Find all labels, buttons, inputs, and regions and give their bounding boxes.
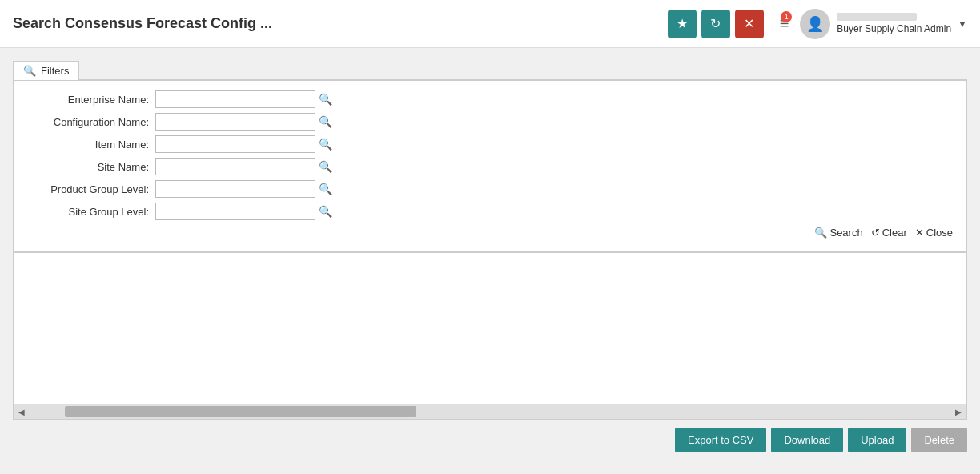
search-button[interactable]: 🔍 Search bbox=[814, 227, 862, 239]
filter-actions: 🔍 Search ↺ Clear ✕ Close bbox=[27, 227, 953, 239]
site-name-label: Site Name: bbox=[27, 161, 155, 173]
enterprise-name-label: Enterprise Name: bbox=[27, 94, 155, 106]
page-title: Search Consensus Forecast Config ... bbox=[13, 15, 668, 32]
enterprise-name-input[interactable] bbox=[155, 90, 315, 108]
site-group-level-label: Site Group Level: bbox=[27, 206, 155, 218]
configuration-name-input[interactable] bbox=[155, 113, 315, 131]
scroll-left-arrow[interactable]: ◀ bbox=[17, 408, 26, 416]
delete-button[interactable]: Delete bbox=[911, 428, 967, 452]
star-button[interactable]: ★ bbox=[668, 10, 697, 38]
configuration-name-label: Configuration Name: bbox=[27, 116, 155, 128]
clear-label: Clear bbox=[882, 227, 907, 239]
filters-tab-bar: 🔍 Filters bbox=[13, 61, 967, 79]
item-name-input[interactable] bbox=[155, 135, 315, 153]
notification-badge: 1 bbox=[781, 11, 792, 22]
upload-button[interactable]: Upload bbox=[848, 428, 906, 452]
search-label: Search bbox=[829, 227, 862, 239]
configuration-name-lookup-icon[interactable]: 🔍 bbox=[319, 115, 332, 128]
configuration-name-row: Configuration Name: 🔍 bbox=[27, 113, 953, 131]
site-name-lookup-icon[interactable]: 🔍 bbox=[319, 160, 332, 173]
site-group-level-input[interactable] bbox=[155, 203, 315, 220]
product-group-level-label: Product Group Level: bbox=[27, 183, 155, 195]
search-icon: 🔍 bbox=[814, 227, 827, 239]
site-group-level-row: Site Group Level: 🔍 bbox=[27, 203, 953, 220]
avatar: 👤 bbox=[800, 9, 830, 39]
user-info: Buyer Supply Chain Admin bbox=[837, 13, 951, 34]
header-action-icons: ★ ↻ ✕ bbox=[668, 10, 764, 38]
site-name-input[interactable] bbox=[155, 158, 315, 175]
filters-tab-label: Filters bbox=[41, 65, 69, 77]
enterprise-name-row: Enterprise Name: 🔍 bbox=[27, 90, 953, 108]
item-name-row: Item Name: 🔍 bbox=[27, 135, 953, 153]
user-area: 👤 Buyer Supply Chain Admin ▼ bbox=[800, 9, 967, 39]
clear-button[interactable]: ↺ Clear bbox=[871, 227, 907, 239]
menu-button[interactable]: ≡ 1 bbox=[780, 14, 789, 33]
item-name-label: Item Name: bbox=[27, 139, 155, 151]
enterprise-name-lookup-icon[interactable]: 🔍 bbox=[319, 93, 332, 106]
scroll-track bbox=[28, 406, 952, 417]
main-content: 🔍 Filters Enterprise Name: 🔍 Configurati… bbox=[0, 48, 980, 474]
item-name-lookup-icon[interactable]: 🔍 bbox=[319, 138, 332, 151]
site-name-row: Site Name: 🔍 bbox=[27, 158, 953, 175]
results-area bbox=[14, 252, 966, 404]
filters-panel: Enterprise Name: 🔍 Configuration Name: 🔍… bbox=[14, 80, 966, 252]
filter-tab-search-icon: 🔍 bbox=[23, 65, 36, 77]
user-role: Buyer Supply Chain Admin bbox=[837, 23, 951, 34]
download-button[interactable]: Download bbox=[771, 428, 843, 452]
user-dropdown-arrow[interactable]: ▼ bbox=[958, 18, 967, 30]
user-name-bar bbox=[837, 13, 917, 21]
scroll-thumb[interactable] bbox=[65, 406, 416, 417]
export-csv-button[interactable]: Export to CSV bbox=[675, 428, 766, 452]
site-group-level-lookup-icon[interactable]: 🔍 bbox=[319, 205, 332, 218]
filters-tab[interactable]: 🔍 Filters bbox=[13, 61, 79, 80]
close-header-button[interactable]: ✕ bbox=[735, 10, 764, 38]
close-filter-icon: ✕ bbox=[915, 227, 924, 239]
product-group-level-row: Product Group Level: 🔍 bbox=[27, 180, 953, 198]
product-group-level-lookup-icon[interactable]: 🔍 bbox=[319, 183, 332, 195]
close-button[interactable]: ✕ Close bbox=[915, 227, 953, 239]
scroll-right-arrow[interactable]: ▶ bbox=[954, 408, 963, 416]
refresh-button[interactable]: ↻ bbox=[701, 10, 730, 38]
horizontal-scrollbar[interactable]: ◀ ▶ bbox=[14, 404, 966, 419]
app-header: Search Consensus Forecast Config ... ★ ↻… bbox=[0, 0, 980, 48]
clear-icon: ↺ bbox=[871, 227, 880, 239]
product-group-level-input[interactable] bbox=[155, 180, 315, 198]
close-label: Close bbox=[926, 227, 953, 239]
main-panel: Enterprise Name: 🔍 Configuration Name: 🔍… bbox=[13, 79, 967, 420]
bottom-toolbar: Export to CSV Download Upload Delete bbox=[13, 420, 967, 456]
